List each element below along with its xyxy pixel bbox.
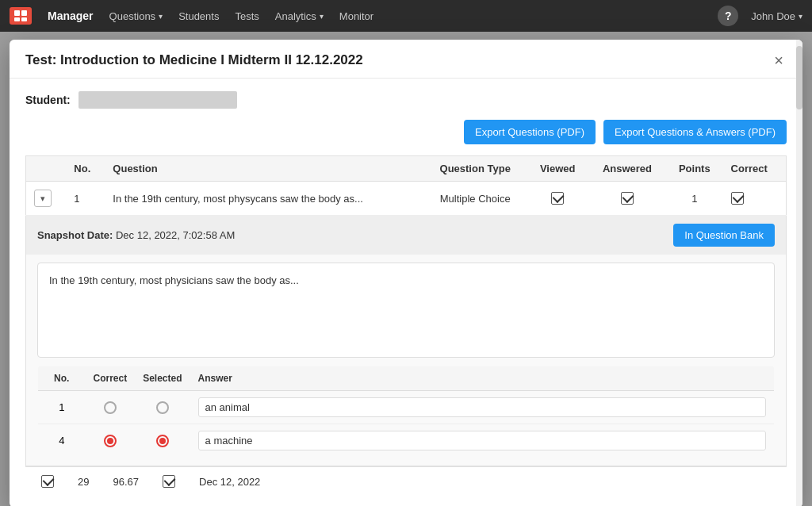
answer-col-answer: Answer [190, 366, 775, 391]
answer-input-1[interactable] [198, 397, 766, 417]
questions-table-header: No. Question Question Type Viewed Answer… [26, 156, 787, 182]
nav-monitor-label: Monitor [339, 10, 373, 22]
scrollbar-thumb[interactable] [796, 46, 802, 109]
nav-analytics-label: Analytics [275, 10, 316, 22]
export-questions-pdf-button[interactable]: Export Questions (PDF) [464, 120, 596, 144]
nav-tests-label: Tests [235, 10, 259, 22]
correct-radio-1 [104, 401, 117, 414]
answer-selected-1 [135, 391, 190, 424]
col-question: Question [105, 156, 423, 182]
navbar: Manager Questions ▾ Students Tests Analy… [0, 0, 812, 32]
app-logo [10, 7, 32, 25]
chevron-down-icon: ▾ [320, 12, 324, 21]
col-expand [26, 156, 67, 182]
chevron-down-icon: ▾ [799, 12, 802, 21]
row-answered [588, 182, 666, 216]
answer-text-2 [190, 424, 775, 458]
answered-checkbox-icon [621, 192, 634, 205]
question-text-box: In the 19th century, most physicians saw… [37, 263, 775, 358]
svg-rect-0 [14, 10, 20, 16]
answer-selected-2 [135, 424, 190, 458]
answer-row: 4 [38, 424, 775, 458]
bottom-row: 29 96.67 Dec 12, 2022 [25, 466, 787, 496]
row-viewed [527, 182, 588, 216]
answer-row: 1 [38, 391, 775, 424]
snapshot-label: Snapshot Date: Dec 12, 2022, 7:02:58 AM [37, 229, 235, 241]
questions-table-body: ▾ 1 In the 19th century, most physycans … [26, 182, 787, 216]
nav-analytics[interactable]: Analytics ▾ [275, 10, 324, 22]
row-points: 1 [666, 182, 722, 216]
answer-col-no: No. [38, 366, 86, 391]
selected-radio-2 [156, 435, 169, 447]
answer-table-header: No. Correct Selected Answer [38, 366, 775, 391]
scrollbar-track[interactable] [796, 40, 802, 506]
question-text: In the 19th century, most physicians saw… [49, 274, 299, 286]
detail-panel: Snapshot Date: Dec 12, 2022, 7:02:58 AM … [25, 216, 787, 466]
svg-rect-3 [21, 17, 27, 21]
row-no: 1 [66, 182, 105, 216]
answer-table: No. Correct Selected Answer 1 [37, 366, 775, 458]
svg-rect-1 [21, 10, 27, 16]
bottom-date: Dec 12, 2022 [199, 476, 260, 488]
row-question-text: In the 19th century, most physycans saw … [105, 182, 423, 216]
row-question-type: Multiple Choice [423, 182, 527, 216]
snapshot-label-bold: Snapshot Date: [37, 229, 113, 241]
bottom-checkbox-2 [163, 475, 175, 488]
answer-correct-2 [86, 424, 136, 458]
col-answered: Answered [588, 156, 666, 182]
col-correct: Correct [723, 156, 787, 182]
svg-rect-2 [14, 17, 20, 21]
nav-questions[interactable]: Questions ▾ [109, 10, 163, 22]
modal-title: Test: Introduction to Medicine I Midterm… [25, 52, 363, 68]
col-points: Points [666, 156, 722, 182]
col-question-type: Question Type [423, 156, 527, 182]
user-menu[interactable]: John Doe ▾ [751, 10, 802, 22]
answer-no-1: 1 [38, 391, 86, 424]
row-correct [723, 182, 787, 216]
col-no: No. [66, 156, 105, 182]
modal-body: Student: Export Questions (PDF) Export Q… [10, 79, 802, 506]
nav-students[interactable]: Students [178, 10, 219, 22]
modal-close-button[interactable]: × [771, 52, 787, 68]
snapshot-bar: Snapshot Date: Dec 12, 2022, 7:02:58 AM … [26, 216, 786, 255]
modal-header: Test: Introduction to Medicine I Midterm… [10, 40, 802, 79]
bottom-percentage: 96.67 [113, 476, 139, 488]
in-question-bank-button[interactable]: In Question Bank [673, 224, 775, 247]
snapshot-date: Dec 12, 2022, 7:02:58 AM [116, 229, 235, 241]
answer-no-2: 4 [38, 424, 86, 458]
answer-input-2[interactable] [198, 431, 766, 450]
expand-button[interactable]: ▾ [34, 190, 52, 207]
answer-col-selected: Selected [135, 366, 190, 391]
user-name: John Doe [751, 10, 795, 22]
nav-monitor[interactable]: Monitor [339, 10, 373, 22]
answer-col-correct: Correct [86, 366, 136, 391]
row-expand-cell[interactable]: ▾ [26, 182, 67, 216]
selected-radio-1 [156, 401, 169, 414]
student-row: Student: [25, 91, 787, 109]
student-value [79, 91, 237, 109]
bottom-checkbox-1 [41, 475, 54, 488]
correct-radio-2 [104, 435, 117, 447]
modal-overlay: Test: Introduction to Medicine I Midterm… [0, 32, 812, 506]
answer-text-1 [190, 391, 775, 424]
col-viewed: Viewed [527, 156, 588, 182]
modal: Test: Introduction to Medicine I Midterm… [10, 40, 802, 506]
app-brand: Manager [48, 10, 94, 22]
chevron-down-icon: ▾ [159, 12, 163, 21]
answer-correct-1 [86, 391, 136, 424]
correct-checkbox-icon [731, 192, 744, 205]
nav-tests[interactable]: Tests [235, 10, 259, 22]
student-label: Student: [25, 94, 71, 106]
questions-table: No. Question Question Type Viewed Answer… [25, 155, 787, 216]
viewed-checkbox-icon [551, 192, 564, 205]
answer-table-body: 1 4 [38, 391, 775, 458]
export-questions-answers-pdf-button[interactable]: Export Questions & Answers (PDF) [603, 120, 787, 144]
nav-students-label: Students [178, 10, 219, 22]
export-row: Export Questions (PDF) Export Questions … [25, 120, 787, 144]
nav-questions-label: Questions [109, 10, 156, 22]
help-button[interactable]: ? [718, 6, 738, 26]
navbar-right: ? John Doe ▾ [718, 6, 802, 26]
table-row: ▾ 1 In the 19th century, most physycans … [26, 182, 787, 216]
bottom-number: 29 [78, 476, 89, 488]
